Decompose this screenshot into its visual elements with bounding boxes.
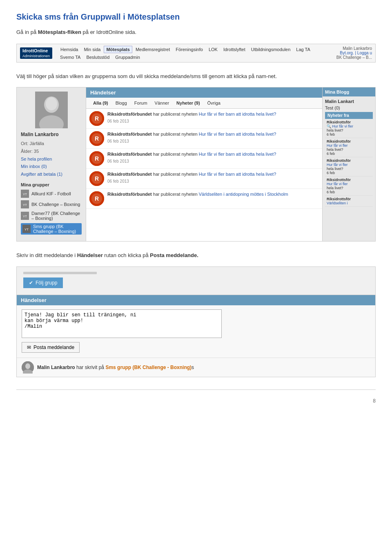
news-date-2: 06 feb 2013 (107, 139, 276, 144)
hendelser-tabs: Alla (9) Blogg Forum Vänner Nyheter (9) … (86, 98, 322, 109)
avgifter-link[interactable]: Avgifter att betala (1) (21, 172, 62, 177)
nav-user-links[interactable]: Byt.org. | Logga u (340, 51, 372, 55)
rni-rest-2: hela livet? (327, 148, 371, 152)
nav-item-idrottslyftet[interactable]: Idrottslyftet (221, 46, 248, 53)
nav-username: Malin Lankarbro (343, 46, 372, 51)
nav-item-lagta[interactable]: Lag TA (294, 46, 312, 53)
rni-date-1: 6 feb (327, 132, 371, 137)
svg-point-3 (46, 97, 57, 110)
conf-suffix: s (192, 365, 194, 370)
follow-group-label: Följ grupp (36, 280, 57, 286)
nav-item-foreningsinfo[interactable]: Föreningsinfo (173, 46, 205, 53)
idrottonline-logo: IdrottOnline Administrationen (20, 47, 52, 59)
nav-user-info: Malin Lankarbro Byt.org. | Logga u BK Ch… (336, 46, 372, 60)
tab-blogg[interactable]: Blogg (112, 99, 131, 107)
svg-text:R: R (95, 195, 99, 202)
logo-text: IdrottOnline (22, 48, 48, 53)
rni-rest-4: hela livet? (327, 186, 371, 190)
group-item-bkchallenge[interactable]: YT BK Challenge – Boxning (21, 200, 82, 208)
group-name-bkchallenge: BK Challenge – Boxning (31, 202, 80, 207)
right-news-4: Riksidrottsför Hur får vi fler hela live… (325, 177, 373, 196)
tab-ovriga[interactable]: Övriga (204, 99, 224, 107)
rni-link-2[interactable]: Hur får vi fler (327, 143, 348, 148)
news-org-3: Riksidrottsförbundet (107, 152, 152, 157)
group-item-smsgrupp[interactable]: YT Sms grupp (BK Challenge – Boxning) (21, 223, 82, 235)
nav-item-minsida[interactable]: Min sida (81, 46, 103, 53)
right-news-5: Riksidrottsför Världseliten i (325, 196, 373, 207)
conf-action: har skrivit på (75, 365, 106, 370)
rni-link-4[interactable]: Hur får vi fler (327, 182, 348, 186)
news-text-5: Riksidrottsförbundet har publicerat nyhe… (107, 191, 288, 197)
right-test-label: Test (0) (325, 105, 373, 110)
rni-link-3[interactable]: Hur får vi fler (327, 163, 348, 167)
rni-rest-1: hela livet? (327, 128, 371, 132)
profile-link[interactable]: Se hela profilen (21, 157, 52, 161)
profile-info: Ort: Järfälla Ålder: 35 Se hela profilen… (21, 140, 82, 178)
divider (16, 389, 376, 390)
nav-item-gruppadmin[interactable]: Gruppadmin (113, 54, 142, 60)
intro-text-prefix: Gå in på (16, 29, 38, 35)
inbox-link[interactable]: Min inbox (0) (21, 164, 47, 169)
nav-logo: IdrottOnline Administrationen (20, 47, 56, 59)
rni-link-5[interactable]: Världseliten i (327, 201, 348, 205)
news-title-2[interactable]: Hur får vi fler barn att idrotta hela li… (199, 132, 276, 137)
svg-text:YT: YT (23, 192, 27, 196)
rni-icon-1: 🔍 (327, 124, 332, 128)
profile-alder: Ålder: 35 (21, 148, 82, 155)
instruction-prefix: Skriv in ditt meddelande i (16, 252, 77, 258)
news-title-5[interactable]: Världseliten i antidopning möttes i Stoc… (199, 192, 288, 197)
tab-alla[interactable]: Alla (9) (89, 99, 112, 107)
profile-ort: Ort: Järfälla (21, 140, 82, 148)
nav-item-beslutsstod[interactable]: Beslutsstöd (84, 54, 111, 60)
svg-text:R: R (95, 135, 99, 142)
groups-section: Mina grupper YT Allkurd KIF - Fotboll YT… (21, 182, 82, 235)
svg-text:YT: YT (23, 203, 27, 207)
news-date-3: 06 feb 2013 (107, 159, 276, 164)
group-item-damer77[interactable]: YT Damer77 (BK Challenge – Boxning) (21, 211, 82, 221)
rni-org-5: Riksidrottsför (327, 197, 371, 201)
group-item-allkurd[interactable]: YT Allkurd KIF - Fotboll (21, 190, 82, 198)
news-text-2: Riksidrottsförbundet har publicerat nyhe… (107, 131, 276, 144)
nav-item-svemota[interactable]: Svemo TA (58, 54, 82, 60)
post-message-button[interactable]: ✉ Posta meddelande (22, 342, 80, 353)
right-panel: Mina Blogg Malin Lankart Test (0) Nyhete… (322, 87, 375, 241)
instruction-middle: rutan och klicka på (103, 252, 150, 258)
rni-date-2: 6 feb (327, 152, 371, 156)
nav-item-lok[interactable]: LOK (206, 46, 220, 53)
conf-username: Malin Lankarbro (37, 365, 75, 370)
instruction-bold-hendelser: Händelser (77, 252, 103, 258)
news-item-2: R Riksidrottsförbundet har publicerat ny… (86, 129, 322, 149)
message-textarea[interactable] (22, 309, 222, 338)
news-title-4[interactable]: Hur får vi fler barn att idrotta hela li… (199, 172, 276, 177)
tab-vanner[interactable]: Vänner (151, 99, 173, 107)
nav-item-utbildning[interactable]: Utbildningsmodulen (249, 46, 293, 53)
tab-forum[interactable]: Forum (131, 99, 151, 107)
group-icon-bkchallenge: YT (21, 200, 29, 208)
intro-paragraph: Gå in på Mötesplats-fliken på er IdrottO… (16, 28, 376, 36)
conf-group-link[interactable]: Sms grupp (BK Challenge - Boxning) (105, 365, 192, 370)
intro-bold: Mötesplats-fliken (38, 29, 81, 35)
nav-links-row1: Hemsida Min sida Mötesplats Medlemsregis… (58, 46, 334, 53)
news-title-3[interactable]: Hur får vi fler barn att idrotta hela li… (199, 152, 276, 157)
page-title: Skicka sms från Gruppwall i Mötesplatsen (16, 12, 376, 22)
right-nyheter-header: Nyheter fra (325, 112, 373, 119)
news-item-1: R Riksidrottsförbundet har publicerat ny… (86, 109, 322, 129)
mina-blogg-header: Mina Blogg (323, 87, 375, 96)
left-panel: Malin Lankarbro Ort: Järfälla Ålder: 35 … (17, 87, 86, 241)
rni-link-1[interactable]: Hur får vi fler (332, 124, 354, 128)
news-title-1[interactable]: Hur får vi fler barn att idrotta hela li… (199, 112, 276, 116)
section1-text: Välj till höger på sidan vilken av grupp… (16, 72, 376, 81)
news-org-1: Riksidrottsförbundet (107, 112, 152, 116)
nav-item-medlemsreg[interactable]: Medlemsregistret (133, 46, 172, 53)
follow-group-button[interactable]: ✔ Följ grupp (23, 278, 63, 288)
group-name-allkurd: Allkurd KIF - Fotboll (31, 191, 71, 196)
news-item-5: R Riksidrottsförbundet har publicerat ny… (86, 189, 322, 209)
news-date-4: 06 feb 2013 (107, 179, 276, 184)
nav-item-hemsida[interactable]: Hemsida (58, 46, 80, 53)
news-org-2: Riksidrottsförbundet (107, 132, 152, 137)
rni-date-4: 6 feb (327, 190, 371, 194)
tab-nyheter[interactable]: Nyheter (9) (173, 99, 203, 107)
instruction-paragraph: Skriv in ditt meddelande i Händelser rut… (16, 251, 376, 260)
middle-panel: Händelser Alla (9) Blogg Forum Vänner Ny… (86, 87, 322, 241)
nav-item-motesplats[interactable]: Mötesplats (104, 46, 132, 53)
